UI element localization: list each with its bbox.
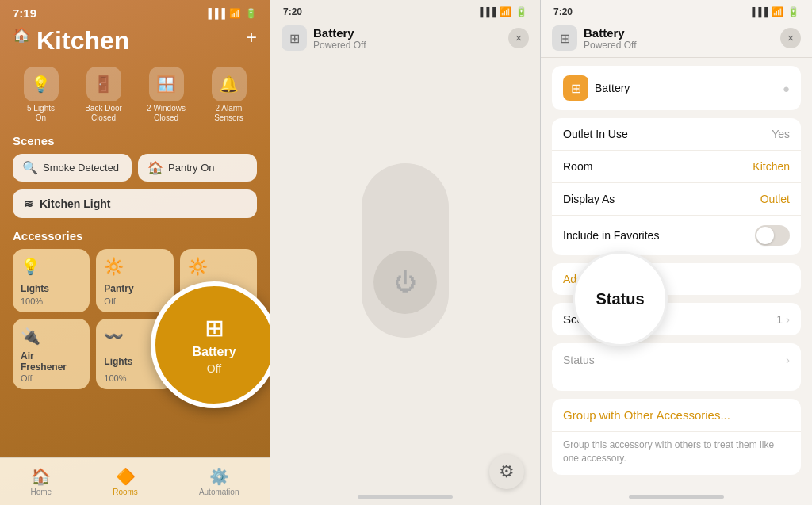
quick-icons-row: 💡 5 LightsOn 🚪 Back DoorClosed 🪟 2 Windo… bbox=[0, 62, 270, 128]
close-icon-3: × bbox=[787, 32, 794, 44]
add-button[interactable]: + bbox=[246, 26, 257, 48]
status-row[interactable]: Status › bbox=[552, 343, 801, 376]
page-title: Kitchen bbox=[30, 26, 246, 55]
automation-tab-icon: ⚙️ bbox=[209, 467, 229, 486]
acc-pantry-icon: 🔆 bbox=[104, 257, 165, 276]
tab-rooms[interactable]: 🔶 Rooms bbox=[113, 467, 138, 496]
modal-title-group-3: Battery Powered Off bbox=[584, 26, 636, 51]
signal-icon-3: ▐▐▐ bbox=[749, 7, 768, 17]
windows-label: 2 WindowsClosed bbox=[147, 104, 186, 123]
room-value: Kitchen bbox=[753, 160, 790, 173]
search-icon: 🔍 bbox=[22, 160, 38, 175]
device-name-section: ⊞ Battery ● bbox=[552, 66, 801, 110]
icon-item-windows[interactable]: 🪟 2 WindowsClosed bbox=[143, 67, 190, 123]
status-circle-label: Status bbox=[596, 290, 644, 308]
include-favorites-label: Include in Favorites bbox=[563, 229, 659, 242]
power-pill: ⏻ bbox=[362, 163, 449, 338]
acc-freshener-status: Off bbox=[21, 373, 82, 383]
modal-title-group-2: Battery Powered Off bbox=[313, 26, 366, 51]
battery-icon-2: 🔋 bbox=[515, 6, 527, 17]
accessories-section-label: Accessories bbox=[0, 223, 270, 246]
accessories-grid: 💡 Lights 100% 🔆 Pantry Off 🔆 · 0% 🔌 Air … bbox=[0, 246, 270, 392]
modal-header-3: ⊞ Battery Powered Off × bbox=[541, 21, 812, 58]
status-icons-3: ▐▐▐ 📶 🔋 bbox=[749, 6, 799, 17]
group-desc: Group this accessory with others to trea… bbox=[552, 432, 801, 475]
pantry-icon: 🏠 bbox=[147, 160, 163, 175]
outlet-in-use-row: Outlet In Use Yes bbox=[552, 118, 801, 151]
status-icons-1: ▐▐▐ 📶 🔋 bbox=[205, 8, 257, 19]
outlet-in-use-value: Yes bbox=[772, 128, 790, 140]
outlet-in-use-label: Outlet In Use bbox=[563, 128, 628, 140]
display-as-row[interactable]: Display As Outlet bbox=[552, 183, 801, 216]
lights-label: 5 LightsOn bbox=[27, 104, 55, 123]
battery-highlight-circle[interactable]: ⊞ Battery Off bbox=[151, 281, 270, 408]
acc-chandelier-icon: 🔆 bbox=[188, 257, 249, 276]
gear-icon: ⚙ bbox=[499, 461, 515, 482]
icon-item-lights[interactable]: 💡 5 LightsOn bbox=[17, 67, 65, 123]
status-bar-1: 7:19 ▐▐▐ 📶 🔋 bbox=[0, 0, 270, 23]
acc-pantry[interactable]: 🔆 Pantry Off bbox=[96, 249, 173, 312]
status-section: Status › bbox=[552, 343, 801, 391]
tab-home[interactable]: 🏠 Home bbox=[31, 467, 52, 496]
home-tab-label: Home bbox=[31, 488, 52, 496]
group-link-label: Group with Other Accessories... bbox=[563, 408, 730, 422]
scene-smoke-label: Smoke Detected bbox=[43, 162, 119, 174]
hc-outlet-icon: ⊞ bbox=[205, 314, 224, 342]
group-row[interactable]: Group with Other Accessories... bbox=[552, 399, 801, 432]
bottom-indicator-3 bbox=[629, 495, 724, 499]
details-section: Outlet In Use Yes Room Kitchen Display A… bbox=[552, 118, 801, 255]
scene-pantry[interactable]: 🏠 Pantry On bbox=[138, 154, 257, 182]
modal-header-left-2: ⊞ Battery Powered Off bbox=[282, 25, 366, 51]
modal-header-left-3: ⊞ Battery Powered Off bbox=[552, 25, 636, 51]
screen-battery-control: 7:20 ▐▐▐ 📶 🔋 ⊞ Battery Powered Off × ⏻ ⚙ bbox=[270, 0, 541, 505]
scene-smoke[interactable]: 🔍 Smoke Detected bbox=[13, 154, 132, 182]
hc-name: Battery bbox=[192, 345, 236, 359]
status-bar-2: 7:20 ▐▐▐ 📶 🔋 bbox=[270, 0, 540, 21]
time-3: 7:20 bbox=[553, 6, 573, 17]
gear-button[interactable]: ⚙ bbox=[489, 454, 524, 489]
icon-item-door[interactable]: 🚪 Back DoorClosed bbox=[80, 67, 128, 123]
close-button-2[interactable]: × bbox=[508, 28, 529, 48]
device-name-chevron-icon: ● bbox=[783, 82, 790, 95]
acc-air-freshener[interactable]: 🔌 Air Freshener Off bbox=[13, 319, 90, 389]
modal-subtitle-3: Powered Off bbox=[584, 40, 636, 51]
wifi-icon-3: 📶 bbox=[772, 6, 783, 17]
wifi-icon-2: 📶 bbox=[500, 6, 511, 17]
home-tab-icon: 🏠 bbox=[31, 467, 51, 486]
acc-pantry-name: Pantry bbox=[104, 283, 165, 294]
group-section: Group with Other Accessories... Group th… bbox=[552, 399, 801, 475]
acc-lights-icon: 💡 bbox=[21, 257, 82, 276]
acc-freshener-icon: 🔌 bbox=[21, 327, 82, 346]
scenes-row: 🔍 Smoke Detected 🏠 Pantry On bbox=[0, 151, 270, 185]
icon-item-sensors[interactable]: 🔔 2 AlarmSensors bbox=[205, 67, 253, 123]
room-row[interactable]: Room Kitchen bbox=[552, 151, 801, 183]
kitchen-light-button[interactable]: ≋ Kitchen Light bbox=[13, 189, 257, 218]
time-2: 7:20 bbox=[283, 6, 302, 17]
sensors-label: 2 AlarmSensors bbox=[214, 104, 243, 123]
power-handle[interactable]: ⏻ bbox=[373, 251, 437, 314]
bottom-indicator-2 bbox=[358, 495, 453, 499]
home-icon[interactable]: 🏠 bbox=[13, 26, 30, 44]
status-row-label: Status bbox=[563, 354, 595, 366]
close-button-3[interactable]: × bbox=[780, 28, 801, 48]
battery-name-row-icon: ⊞ Battery bbox=[563, 75, 630, 101]
lights-icon: 💡 bbox=[24, 67, 59, 101]
acc-lights[interactable]: 💡 Lights 100% bbox=[13, 249, 90, 312]
automation-tab-label: Automation bbox=[199, 488, 239, 496]
include-favorites-toggle[interactable] bbox=[755, 225, 790, 246]
tab-automation[interactable]: ⚙️ Automation bbox=[199, 467, 239, 496]
modal-title-3: Battery bbox=[584, 26, 636, 40]
acc-lights-status: 100% bbox=[21, 296, 82, 306]
acc-pantry-status: Off bbox=[104, 296, 165, 306]
power-body: ⏻ bbox=[270, 59, 540, 489]
scenes-chevron-icon: › bbox=[786, 312, 790, 326]
device-name-row[interactable]: ⊞ Battery ● bbox=[552, 66, 801, 110]
scene-pantry-label: Pantry On bbox=[168, 162, 215, 174]
door-label: Back DoorClosed bbox=[85, 104, 122, 123]
header-1: 🏠 Kitchen + bbox=[0, 23, 270, 62]
room-label: Room bbox=[563, 160, 592, 173]
door-icon: 🚪 bbox=[86, 67, 121, 101]
windows-icon: 🪟 bbox=[149, 67, 184, 101]
hc-status: Off bbox=[207, 362, 221, 375]
include-favorites-row[interactable]: Include in Favorites bbox=[552, 216, 801, 255]
